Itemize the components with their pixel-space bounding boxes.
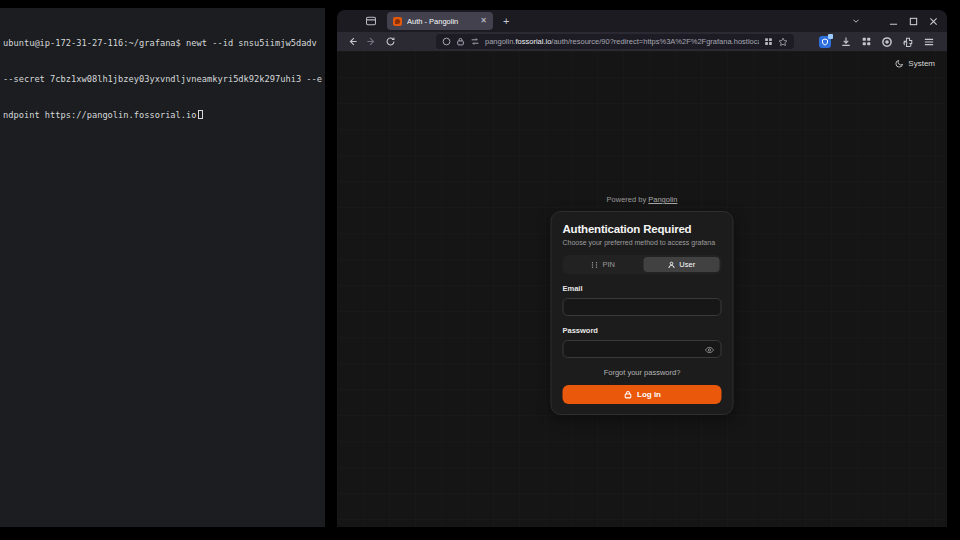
pin-keypad-icon: [590, 261, 598, 269]
powered-by: Powered by Pangolin: [337, 195, 947, 204]
close-window-button[interactable]: [925, 13, 941, 29]
card-subtitle: Choose your preferred method to access g…: [563, 239, 722, 246]
minimize-button[interactable]: [885, 13, 901, 29]
auth-method-tabs: PIN User: [563, 255, 722, 274]
login-button[interactable]: Log in: [563, 385, 722, 404]
maximize-button[interactable]: [905, 13, 921, 29]
terminal-line: ubuntu@ip-172-31-27-116:~/grafana$ newt …: [3, 37, 322, 49]
tab-list-chevron-icon[interactable]: [851, 16, 861, 26]
menu-hamburger-icon[interactable]: [923, 36, 935, 48]
toolbar-icons: [819, 36, 935, 48]
terminal-line: ndpoint https://pangolin.fossorial.io: [3, 109, 322, 121]
password-manager-extension-icon[interactable]: [819, 36, 831, 48]
navigation-toolbar: pangolin.fossorial.io/auth/resource/90?r…: [337, 32, 947, 51]
terminal-window[interactable]: ubuntu@ip-172-31-27-116:~/grafana$ newt …: [0, 8, 325, 527]
user-icon: [667, 261, 675, 269]
tab-close-icon[interactable]: ✕: [480, 17, 487, 25]
login-lock-icon: [623, 390, 632, 399]
extension-badge: [828, 34, 833, 39]
new-tab-button[interactable]: +: [503, 15, 509, 27]
email-label: Email: [563, 284, 722, 293]
back-button[interactable]: [345, 34, 360, 49]
moon-icon: [895, 59, 904, 68]
password-label: Password: [563, 326, 722, 335]
permissions-icon[interactable]: [442, 37, 451, 46]
reload-button[interactable]: [383, 34, 398, 49]
url-bar[interactable]: pangolin.fossorial.io/auth/resource/90?r…: [436, 34, 794, 49]
url-text: pangolin.fossorial.io/auth/resource/90?r…: [485, 37, 759, 46]
tab-pin[interactable]: PIN: [565, 257, 642, 272]
lock-icon[interactable]: [456, 37, 465, 46]
pangolin-favicon: [393, 17, 402, 26]
password-field[interactable]: [563, 340, 722, 358]
auth-card: Authentication Required Choose your pref…: [551, 211, 734, 415]
forgot-password-link[interactable]: Forgot your password?: [563, 368, 722, 377]
browser-window: Auth - Pangolin ✕ +: [337, 10, 947, 527]
pangolin-link[interactable]: Pangolin: [648, 195, 677, 204]
shortcuts-grid-icon[interactable]: [764, 37, 773, 46]
page-content: System Powered by Pangolin Authenticatio…: [337, 51, 947, 527]
puzzle-extensions-icon[interactable]: [902, 36, 914, 48]
firefox-view-icon[interactable]: [363, 13, 379, 29]
show-password-eye-icon[interactable]: [705, 345, 715, 355]
window-controls: [885, 13, 941, 29]
forward-button[interactable]: [364, 34, 379, 49]
theme-selector[interactable]: System: [895, 59, 935, 68]
extensions-grid-icon[interactable]: [861, 36, 872, 47]
account-icon[interactable]: [881, 36, 893, 48]
browser-tab[interactable]: Auth - Pangolin ✕: [387, 12, 493, 30]
terminal-cursor: [198, 110, 203, 119]
tab-bar: Auth - Pangolin ✕ +: [337, 10, 947, 32]
bookmark-star-icon[interactable]: [778, 37, 788, 47]
swap-arrows-icon[interactable]: [470, 37, 480, 46]
downloads-icon[interactable]: [840, 36, 852, 48]
theme-label: System: [908, 59, 935, 68]
tab-title: Auth - Pangolin: [407, 17, 475, 26]
terminal-line: --secret 7cbz1xw08lh1jbzey03yxvndljvneam…: [3, 73, 322, 85]
card-title: Authentication Required: [563, 223, 722, 235]
tab-user[interactable]: User: [643, 257, 720, 272]
email-field[interactable]: [563, 298, 722, 316]
